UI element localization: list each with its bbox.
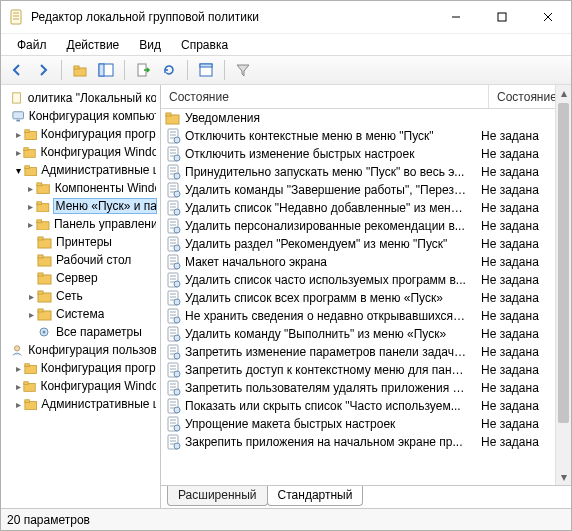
setting-icon: [165, 308, 181, 324]
list-setting-row[interactable]: Запретить доступ к контекстному меню для…: [161, 361, 555, 379]
forward-button[interactable]: [31, 58, 55, 82]
export-button[interactable]: [131, 58, 155, 82]
tree-windows-configuration[interactable]: ▸ Конфигурация Windows: [1, 143, 160, 161]
list-setting-row[interactable]: Удалить список "Недавно добавленные" из …: [161, 199, 555, 217]
chevron-right-icon[interactable]: ▸: [13, 129, 24, 140]
list-setting-row[interactable]: Не хранить сведения о недавно открывавши…: [161, 307, 555, 325]
tree-label: Сервер: [56, 271, 98, 285]
chevron-right-icon[interactable]: ▸: [13, 399, 24, 410]
tree-pane[interactable]: олитика "Локальный компь Конфигурация ко…: [1, 85, 161, 508]
list-setting-row[interactable]: Удалить раздел "Рекомендуем" из меню "Пу…: [161, 235, 555, 253]
svg-rect-16: [12, 112, 23, 119]
list-setting-row[interactable]: Показать или скрыть список "Часто исполь…: [161, 397, 555, 415]
chevron-right-icon[interactable]: ▸: [13, 147, 23, 158]
svg-rect-14: [200, 64, 212, 67]
tree-network[interactable]: ▸ Сеть: [1, 287, 160, 305]
menu-help[interactable]: Справка: [171, 36, 238, 54]
chevron-right-icon[interactable]: ▸: [13, 381, 23, 392]
scrollbar-vertical[interactable]: ▴ ▾: [555, 85, 571, 485]
tree-label: Конфигурация Windows: [40, 145, 156, 159]
menu-view[interactable]: Вид: [129, 36, 171, 54]
scroll-up-button[interactable]: ▴: [556, 85, 571, 101]
filter-button[interactable]: [231, 58, 255, 82]
folder-icon: [23, 379, 37, 393]
tree-administrative-templates[interactable]: ▾ Административные ша: [1, 161, 160, 179]
column-header-name[interactable]: Состояние: [161, 85, 489, 108]
tree-root[interactable]: олитика "Локальный компь: [1, 89, 160, 107]
scroll-thumb[interactable]: [558, 103, 569, 423]
tree-desktop[interactable]: Рабочий стол: [1, 251, 160, 269]
svg-rect-0: [11, 10, 21, 24]
list-folder-row[interactable]: Уведомления: [161, 109, 555, 127]
list-setting-row[interactable]: Удалить команды "Завершение работы", "Пе…: [161, 181, 555, 199]
list-setting-row[interactable]: Принудительно запускать меню "Пуск" во в…: [161, 163, 555, 181]
back-button[interactable]: [5, 58, 29, 82]
svg-point-95: [174, 281, 180, 287]
list-setting-row[interactable]: Запретить пользователям удалять приложен…: [161, 379, 555, 397]
list-setting-row[interactable]: Отключить изменение быстрых настроекНе з…: [161, 145, 555, 163]
properties-button[interactable]: [194, 58, 218, 82]
tree-user-admin[interactable]: ▸ Административные ша: [1, 395, 160, 413]
svg-point-42: [15, 346, 20, 351]
svg-rect-19: [25, 130, 29, 133]
list-setting-row[interactable]: Удалить команду "Выполнить" из меню «Пус…: [161, 325, 555, 343]
chevron-right-icon[interactable]: ▸: [25, 183, 36, 194]
list-setting-row[interactable]: Запретить изменение параметров панели за…: [161, 343, 555, 361]
up-button[interactable]: [68, 58, 92, 82]
list-setting-row[interactable]: Макет начального экранаНе задана: [161, 253, 555, 271]
svg-rect-9: [74, 66, 79, 69]
list-setting-row[interactable]: Отключить контекстные меню в меню "Пуск"…: [161, 127, 555, 145]
tree-computer-configuration[interactable]: Конфигурация компьютер: [1, 107, 160, 125]
list-setting-row[interactable]: Закрепить приложения на начальном экране…: [161, 433, 555, 451]
list-item-state: Не задана: [473, 399, 555, 413]
tab-extended[interactable]: Расширенный: [167, 486, 268, 506]
tree-control-panel[interactable]: ▸ Панель управления: [1, 215, 160, 233]
tree-printers[interactable]: Принтеры: [1, 233, 160, 251]
tree-user-windows[interactable]: ▸ Конфигурация Windows: [1, 377, 160, 395]
list-item-name: Удалить список часто используемых програ…: [185, 273, 473, 287]
minimize-button[interactable]: [433, 1, 479, 33]
folder-icon: [24, 163, 38, 177]
list-setting-row[interactable]: Удалить список часто используемых програ…: [161, 271, 555, 289]
refresh-button[interactable]: [157, 58, 181, 82]
app-icon: [9, 9, 25, 25]
list-item-name: Удалить команду "Выполнить" из меню «Пус…: [185, 327, 473, 341]
close-button[interactable]: [525, 1, 571, 33]
setting-icon: [165, 434, 181, 450]
tree-label: Система: [56, 307, 104, 321]
maximize-button[interactable]: [479, 1, 525, 33]
list-item-state: Не задана: [473, 345, 555, 359]
menu-file[interactable]: Файл: [7, 36, 57, 54]
chevron-right-icon[interactable]: ▸: [25, 309, 37, 320]
menu-action[interactable]: Действие: [57, 36, 130, 54]
list-setting-row[interactable]: Упрощение макета быстрых настроекНе зада…: [161, 415, 555, 433]
tree-windows-components[interactable]: ▸ Компоненты Windo: [1, 179, 160, 197]
tab-standard[interactable]: Стандартный: [267, 486, 364, 506]
toolbar-separator-4: [224, 60, 225, 80]
tree-server[interactable]: Сервер: [1, 269, 160, 287]
list-body[interactable]: УведомленияОтключить контекстные меню в …: [161, 109, 555, 485]
tree-start-menu[interactable]: ▸ Меню «Пуск» и пан: [1, 197, 160, 215]
chevron-right-icon[interactable]: ▸: [25, 219, 36, 230]
setting-icon: [165, 218, 181, 234]
chevron-right-icon[interactable]: ▸: [25, 291, 37, 302]
chevron-right-icon[interactable]: ▸: [13, 363, 24, 374]
svg-point-75: [174, 209, 180, 215]
svg-rect-15: [13, 93, 21, 103]
list-item-name: Отключить изменение быстрых настроек: [185, 147, 473, 161]
show-hide-tree-button[interactable]: [94, 58, 118, 82]
svg-point-100: [174, 299, 180, 305]
tree-user-configuration[interactable]: Конфигурация пользовате: [1, 341, 160, 359]
folder-icon: [36, 217, 51, 231]
svg-rect-33: [38, 255, 43, 258]
list-setting-row[interactable]: Удалить список всех программ в меню «Пус…: [161, 289, 555, 307]
tree-programs-configuration[interactable]: ▸ Конфигурация програм: [1, 125, 160, 143]
tree-system[interactable]: ▸ Система: [1, 305, 160, 323]
tree-all-parameters[interactable]: Все параметры: [1, 323, 160, 341]
scroll-down-button[interactable]: ▾: [556, 469, 571, 485]
chevron-right-icon[interactable]: ▸: [25, 201, 36, 212]
tree-user-programs[interactable]: ▸ Конфигурация програм: [1, 359, 160, 377]
list-item-state: Не задана: [473, 273, 555, 287]
chevron-down-icon[interactable]: ▾: [13, 165, 24, 176]
list-setting-row[interactable]: Удалить персонализированные рекомендации…: [161, 217, 555, 235]
